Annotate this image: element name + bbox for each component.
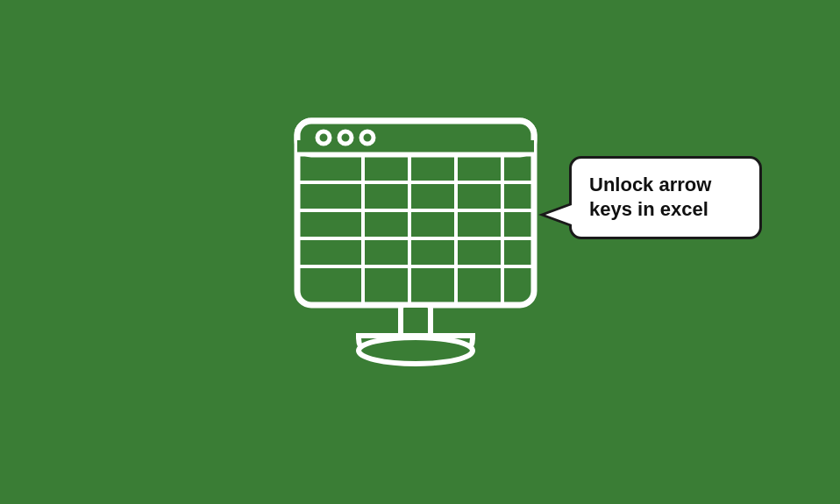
speech-bubble: Unlock arrow keys in excel [569, 156, 762, 239]
monitor-container: Unlock arrow keys in excel [280, 103, 560, 401]
svg-point-5 [339, 131, 352, 144]
speech-bubble-text: Unlock arrow keys in excel [589, 174, 711, 221]
svg-point-16 [359, 337, 473, 364]
scene: Unlock arrow keys in excel [113, 68, 727, 437]
monitor-icon [280, 103, 560, 401]
svg-point-6 [361, 131, 374, 144]
svg-point-4 [317, 131, 330, 144]
